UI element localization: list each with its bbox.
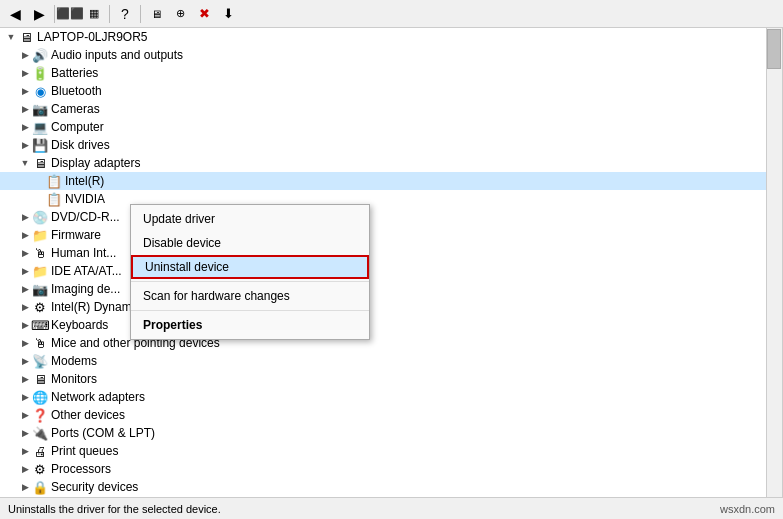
print-label: Print queues [51, 444, 118, 458]
tree-item-human[interactable]: 🖱 Human Int... [0, 244, 782, 262]
expand-ports[interactable] [18, 426, 32, 440]
processors-icon: ⚙ [32, 461, 48, 477]
tree-item-display[interactable]: 🖥 Display adapters [0, 154, 782, 172]
add-button[interactable]: ⊕ [169, 3, 191, 25]
bluetooth-icon: ◉ [32, 83, 48, 99]
tree-item-disk[interactable]: 💾 Disk drives [0, 136, 782, 154]
expand-security[interactable] [18, 480, 32, 494]
expand-other[interactable] [18, 408, 32, 422]
expand-display[interactable] [18, 156, 32, 170]
expand-imaging[interactable] [18, 282, 32, 296]
expand-print[interactable] [18, 444, 32, 458]
scrollbar-thumb[interactable] [767, 29, 781, 69]
firmware-icon: 📁 [32, 227, 48, 243]
tree-item-firmware[interactable]: 📁 Firmware [0, 226, 782, 244]
tree-root[interactable]: 🖥 LAPTOP-0LJR9OR5 [0, 28, 782, 46]
download-button[interactable]: ⬇ [217, 3, 239, 25]
batteries-label: Batteries [51, 66, 98, 80]
scrollbar-track[interactable] [766, 28, 782, 497]
context-sep2 [131, 310, 369, 311]
tree-item-ide[interactable]: 📁 IDE ATA/AT... [0, 262, 782, 280]
expand-processors[interactable] [18, 462, 32, 476]
expand-batteries[interactable] [18, 66, 32, 80]
tree-item-dvd[interactable]: 💿 DVD/CD-R... [0, 208, 782, 226]
expand-dvd[interactable] [18, 210, 32, 224]
tree-item-audio[interactable]: 🔊 Audio inputs and outputs [0, 46, 782, 64]
forward-button[interactable]: ▶ [28, 3, 50, 25]
expand-mice[interactable] [18, 336, 32, 350]
mice-icon: 🖱 [32, 335, 48, 351]
expand-disk[interactable] [18, 138, 32, 152]
disk-label: Disk drives [51, 138, 110, 152]
tree-item-cameras[interactable]: 📷 Cameras [0, 100, 782, 118]
other-icon: ❓ [32, 407, 48, 423]
sep3 [140, 5, 141, 23]
back-button[interactable]: ◀ [4, 3, 26, 25]
tree-item-batteries[interactable]: 🔋 Batteries [0, 64, 782, 82]
context-update-driver[interactable]: Update driver [131, 207, 369, 231]
nvidia-icon: 📋 [46, 191, 62, 207]
expand-computer[interactable] [18, 120, 32, 134]
sep2 [109, 5, 110, 23]
expand-monitors[interactable] [18, 372, 32, 386]
tree-item-security[interactable]: 🔒 Security devices [0, 478, 782, 496]
network-icon: 🌐 [32, 389, 48, 405]
security-label: Security devices [51, 480, 138, 494]
dvd-icon: 💿 [32, 209, 48, 225]
tree-item-keyboards[interactable]: ⌨ Keyboards [0, 316, 782, 334]
tree-item-network[interactable]: 🌐 Network adapters [0, 388, 782, 406]
expand-human[interactable] [18, 246, 32, 260]
tree-item-computer[interactable]: 💻 Computer [0, 118, 782, 136]
security-icon: 🔒 [32, 479, 48, 495]
expand-ide[interactable] [18, 264, 32, 278]
nvidia-label: NVIDIA [65, 192, 105, 206]
monitor-button[interactable]: 🖥 [145, 3, 167, 25]
monitors-label: Monitors [51, 372, 97, 386]
cameras-label: Cameras [51, 102, 100, 116]
ports-icon: 🔌 [32, 425, 48, 441]
main-panel: 🖥 LAPTOP-0LJR9OR5 🔊 Audio inputs and out… [0, 28, 783, 497]
tree-item-print[interactable]: 🖨 Print queues [0, 442, 782, 460]
context-scan-hardware[interactable]: Scan for hardware changes [131, 284, 369, 308]
statusbar: Uninstalls the driver for the selected d… [0, 497, 783, 519]
context-disable-device[interactable]: Disable device [131, 231, 369, 255]
dvd-label: DVD/CD-R... [51, 210, 120, 224]
context-sep1 [131, 281, 369, 282]
view-button[interactable]: ⬛⬛ [59, 3, 81, 25]
other-label: Other devices [51, 408, 125, 422]
expand-audio[interactable] [18, 48, 32, 62]
tree-item-processors[interactable]: ⚙ Processors [0, 460, 782, 478]
context-properties[interactable]: Properties [131, 313, 369, 337]
device-tree-panel: 🖥 LAPTOP-0LJR9OR5 🔊 Audio inputs and out… [0, 28, 783, 497]
tree-item-ports[interactable]: 🔌 Ports (COM & LPT) [0, 424, 782, 442]
imaging-label: Imaging de... [51, 282, 120, 296]
tree-item-mice[interactable]: 🖱 Mice and other pointing devices [0, 334, 782, 352]
expand-cameras[interactable] [18, 102, 32, 116]
tree-item-intel-dynamic[interactable]: ⚙ Intel(R) Dynamic Platform and Thermal … [0, 298, 782, 316]
expand-firmware[interactable] [18, 228, 32, 242]
display-icon: 🖥 [32, 155, 48, 171]
expand-modems[interactable] [18, 354, 32, 368]
tree-item-imaging[interactable]: 📷 Imaging de... [0, 280, 782, 298]
expand-nvidia [32, 192, 46, 206]
context-menu: Update driver Disable device Uninstall d… [130, 204, 370, 340]
statusbar-watermark: wsxdn.com [720, 503, 775, 515]
tree-item-other[interactable]: ❓ Other devices [0, 406, 782, 424]
tree-item-modems[interactable]: 📡 Modems [0, 352, 782, 370]
help-button[interactable]: ? [114, 3, 136, 25]
firmware-label: Firmware [51, 228, 101, 242]
remove-button[interactable]: ✖ [193, 3, 215, 25]
intel-label: Intel(R) [65, 174, 104, 188]
expand-root[interactable] [4, 30, 18, 44]
print-icon: 🖨 [32, 443, 48, 459]
keyboards-label: Keyboards [51, 318, 108, 332]
grid-button[interactable]: ▦ [83, 3, 105, 25]
context-uninstall-device[interactable]: Uninstall device [131, 255, 369, 279]
tree-item-monitors[interactable]: 🖥 Monitors [0, 370, 782, 388]
expand-bluetooth[interactable] [18, 84, 32, 98]
tree-item-bluetooth[interactable]: ◉ Bluetooth [0, 82, 782, 100]
tree-item-intel[interactable]: 📋 Intel(R) [0, 172, 782, 190]
expand-network[interactable] [18, 390, 32, 404]
expand-intel-dynamic[interactable] [18, 300, 32, 314]
tree-item-nvidia[interactable]: 📋 NVIDIA [0, 190, 782, 208]
